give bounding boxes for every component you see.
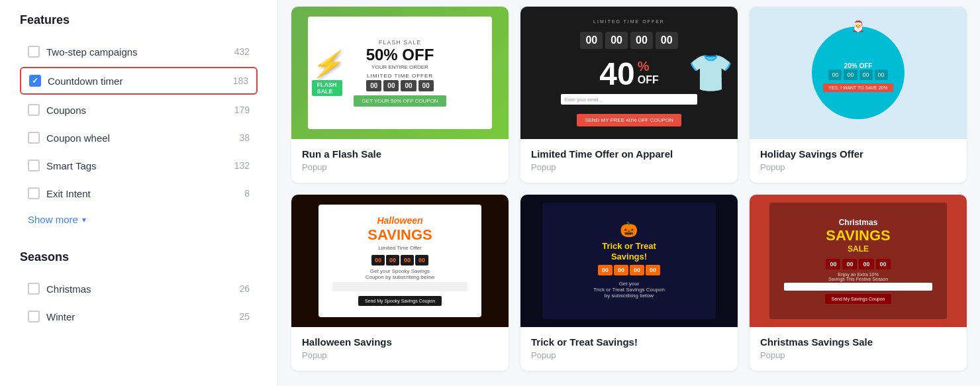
flash-lightning: ⚡ [311,50,342,79]
filter-left-coupons: Coupons [28,104,86,116]
pumpkin-icon: 🎃 [620,221,638,238]
filter-count-winter: 25 [239,311,250,322]
show-more-button[interactable]: Show more ▾ [20,209,258,230]
card-xmas[interactable]: Christmas SAVINGS SALE 00 00 00 00 Enjoy… [750,195,967,371]
chevron-down-icon: ▾ [82,215,86,224]
apparel-number: 40 [599,58,634,90]
filter-winter[interactable]: Winter 25 [20,304,258,329]
filter-label-countdown: Countdown timer [48,75,122,87]
filter-coupons[interactable]: Coupons 179 [20,97,258,122]
card-flash-sale[interactable]: FLASH SALE 50% OFF YOUR ENTIRE ORDER LIM… [291,7,509,183]
card-title-holiday: Holiday Savings Offer [760,148,956,160]
filter-label-christmas: Christmas [46,283,91,295]
xmas-visual: Christmas SAVINGS SALE 00 00 00 00 Enjoy… [750,195,967,327]
filter-label-coupon-wheel: Coupon wheel [46,132,110,144]
holiday-visual: 🎅 20% OFF 00 00 00 00 YES, I WANT TO SAV… [750,7,967,139]
filter-christmas[interactable]: Christmas 26 [20,276,258,301]
trick-t4: 00 [646,265,660,275]
card-image-trick: 🎃 Trick or TreatSavings! 00 00 00 00 Get… [520,195,738,327]
show-more-label: Show more [28,214,78,225]
apparel-timer-1: 00 [580,32,603,49]
checkbox-smart-tags[interactable] [28,160,40,171]
card-subtitle-xmas: Popup [760,350,956,360]
holiday-t2: 00 [844,70,857,80]
checkbox-two-step[interactable] [28,46,40,58]
apparel-visual: LIMITED TIME OFFER 00 00 00 00 40 % [520,7,738,139]
card-image-halloween: Halloween SAVINGS Limited Time Offer 00 … [291,195,509,327]
holiday-t4: 00 [875,70,888,80]
tshirt-icon: 👕 [688,52,734,95]
card-image-flash-sale: FLASH SALE 50% OFF YOUR ENTIRE ORDER LIM… [291,7,509,139]
filter-left-exit-intent: Exit Intent [28,187,91,199]
flash-cta-button: GET YOUR 50% OFF COUPON [354,95,446,107]
card-title-xmas: Christmas Savings Sale [760,336,956,348]
filter-left-winter: Winter [28,311,75,322]
filter-coupon-wheel[interactable]: Coupon wheel 38 [20,125,258,150]
card-body-holiday: Holiday Savings Offer Popup [750,139,967,183]
filter-two-step[interactable]: Two-step campaigns 432 [20,39,258,64]
filter-left-christmas: Christmas [28,283,91,295]
flash-limited-text: LIMITED TIME OFFER [367,73,433,79]
card-halloween[interactable]: Halloween SAVINGS Limited Time Offer 00 … [291,195,509,371]
holiday-cta: YES, I WANT TO SAVE 20% [823,83,893,92]
card-title-apparel: Limited Time Offer on Apparel [531,148,727,160]
seasons-title: Seasons [20,250,258,264]
filter-left-countdown: Countdown timer [29,75,122,87]
apparel-timer-3: 00 [630,32,653,49]
trick-t3: 00 [630,265,644,275]
card-image-holiday: 🎅 20% OFF 00 00 00 00 YES, I WANT TO SAV… [750,7,967,139]
filter-left-coupon-wheel: Coupon wheel [28,132,110,144]
trick-t2: 00 [614,265,628,275]
page-layout: Features Two-step campaigns 432 Countdow… [0,0,980,386]
card-body-trick: Trick or Treat Savings! Popup [520,327,738,371]
halloween-savings: SAVINGS [368,226,432,244]
apparel-input: Enter your email... [561,94,698,105]
apparel-off: OFF [638,74,659,86]
card-body-halloween: Halloween Savings Popup [291,327,509,371]
xmas-cta: Send My Savings Coupon [825,294,892,304]
trick-inner: 🎃 Trick or TreatSavings! 00 00 00 00 Get… [542,203,716,319]
card-apparel[interactable]: LIMITED TIME OFFER 00 00 00 00 40 % [520,7,738,183]
checkbox-coupons[interactable] [28,104,40,116]
apparel-inner: LIMITED TIME OFFER 00 00 00 00 40 % [531,13,726,132]
card-subtitle-flash: Popup [302,162,498,172]
filter-exit-intent[interactable]: Exit Intent 8 [20,181,258,206]
filter-count-countdown: 183 [233,75,248,86]
xmas-t2: 00 [842,259,857,269]
card-body-apparel: Limited Time Offer on Apparel Popup [520,139,738,183]
flash-sale-visual: FLASH SALE 50% OFF YOUR ENTIRE ORDER LIM… [291,7,509,139]
xmas-savings: SAVINGS [826,227,890,244]
filter-label-coupons: Coupons [46,105,86,116]
filter-smart-tags[interactable]: Smart Tags 132 [20,153,258,178]
flash-sale-text: FLASH SALE [379,39,422,46]
checkbox-christmas[interactable] [28,283,40,295]
apparel-discount-row: 40 % OFF [599,58,658,90]
filter-count-two-step: 432 [234,46,250,57]
filter-label-exit-intent: Exit Intent [46,188,91,199]
card-subtitle-halloween: Popup [302,350,498,360]
filter-count-coupons: 179 [234,105,250,115]
checkbox-winter[interactable] [28,311,40,322]
xmas-input [784,283,932,291]
card-subtitle-holiday: Popup [760,162,956,172]
xmas-inner: Christmas SAVINGS SALE 00 00 00 00 Enjoy… [769,203,948,319]
checkbox-exit-intent[interactable] [28,187,40,199]
apparel-limited-text: LIMITED TIME OFFER [593,19,665,24]
apparel-cta: SEND MY FREE 40% OFF COUPON [577,114,681,126]
checkbox-coupon-wheel[interactable] [28,132,40,144]
filter-count-exit-intent: 8 [244,188,250,199]
card-holiday[interactable]: 🎅 20% OFF 00 00 00 00 YES, I WANT TO SAV… [750,7,967,183]
card-trick[interactable]: 🎃 Trick or TreatSavings! 00 00 00 00 Get… [520,195,738,371]
card-body-flash: Run a Flash Sale Popup [291,139,509,183]
apparel-timer-4: 00 [656,32,678,49]
timer-box-2: 00 [383,80,399,91]
card-title-halloween: Halloween Savings [302,336,498,348]
apparel-input-text: Enter your email... [565,97,603,102]
xmas-heading: Christmas [839,218,878,227]
apparel-timer-2: 00 [605,32,628,49]
checkbox-countdown[interactable] [29,75,41,87]
filter-countdown[interactable]: Countdown timer 183 [20,67,258,95]
card-title-flash: Run a Flash Sale [302,148,498,160]
filter-count-smart-tags: 132 [234,160,250,171]
card-image-xmas: Christmas SAVINGS SALE 00 00 00 00 Enjoy… [750,195,967,327]
